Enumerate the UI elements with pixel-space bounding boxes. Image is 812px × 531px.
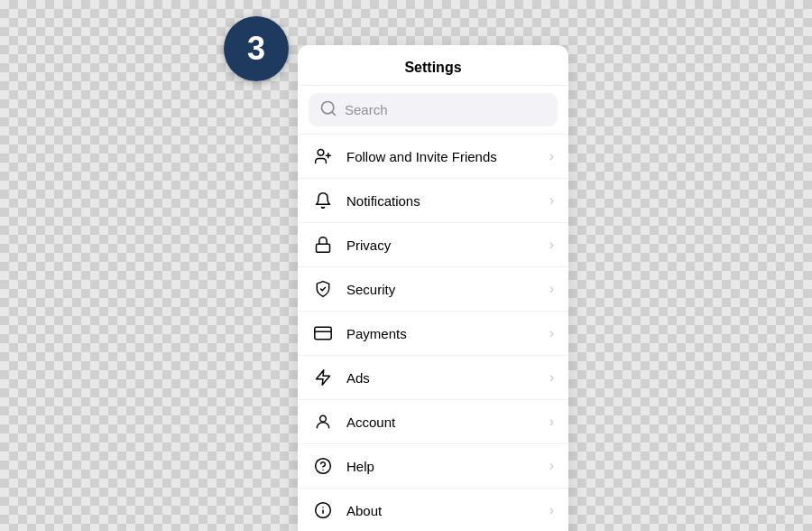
follow-chevron: › bbox=[549, 148, 554, 164]
card-icon bbox=[312, 322, 334, 344]
svg-marker-8 bbox=[317, 370, 330, 386]
about-label: About bbox=[346, 503, 549, 518]
account-chevron: › bbox=[549, 414, 554, 430]
svg-rect-6 bbox=[315, 327, 331, 339]
settings-panel: Settings Search Follow and Invite Friend… bbox=[298, 45, 568, 531]
svg-point-9 bbox=[320, 415, 327, 422]
payments-label: Payments bbox=[346, 326, 549, 341]
menu-list: Follow and Invite Friends › Notification… bbox=[298, 134, 568, 531]
ads-label: Ads bbox=[346, 370, 549, 386]
privacy-label: Privacy bbox=[346, 238, 549, 253]
menu-item-ads[interactable]: Ads › bbox=[298, 356, 568, 400]
security-chevron: › bbox=[549, 281, 554, 297]
step-number: 3 bbox=[247, 30, 265, 68]
ads-chevron: › bbox=[549, 369, 554, 386]
notifications-label: Notifications bbox=[346, 193, 549, 209]
privacy-chevron: › bbox=[549, 237, 554, 253]
help-icon bbox=[312, 455, 334, 477]
menu-item-follow[interactable]: Follow and Invite Friends › bbox=[298, 135, 568, 179]
menu-item-security[interactable]: Security › bbox=[298, 267, 568, 312]
svg-point-11 bbox=[316, 459, 331, 474]
menu-item-help[interactable]: Help › bbox=[298, 444, 568, 489]
account-label: Account bbox=[346, 415, 549, 430]
settings-title: Settings bbox=[298, 45, 568, 86]
menu-item-privacy[interactable]: Privacy › bbox=[298, 223, 568, 267]
svg-point-2 bbox=[318, 150, 324, 156]
info-icon bbox=[312, 499, 334, 521]
svg-rect-5 bbox=[317, 244, 330, 252]
lock-icon bbox=[312, 234, 334, 256]
bell-icon bbox=[312, 190, 334, 211]
help-chevron: › bbox=[549, 458, 554, 474]
shield-icon bbox=[312, 278, 334, 300]
step-badge: 3 bbox=[224, 16, 289, 81]
ads-icon bbox=[312, 367, 334, 388]
menu-item-account[interactable]: Account › bbox=[298, 400, 568, 444]
search-placeholder: Search bbox=[345, 102, 388, 117]
help-label: Help bbox=[346, 459, 549, 474]
notifications-chevron: › bbox=[549, 192, 554, 209]
security-label: Security bbox=[346, 282, 549, 297]
search-icon bbox=[319, 99, 337, 120]
follow-icon bbox=[312, 145, 334, 167]
menu-item-notifications[interactable]: Notifications › bbox=[298, 179, 568, 223]
follow-label: Follow and Invite Friends bbox=[346, 149, 549, 164]
account-icon bbox=[312, 411, 334, 433]
about-chevron: › bbox=[549, 502, 554, 518]
menu-item-payments[interactable]: Payments › bbox=[298, 312, 568, 356]
menu-item-about[interactable]: About › bbox=[298, 489, 568, 531]
svg-line-1 bbox=[332, 112, 336, 116]
payments-chevron: › bbox=[549, 325, 554, 341]
search-bar[interactable]: Search bbox=[309, 93, 558, 126]
